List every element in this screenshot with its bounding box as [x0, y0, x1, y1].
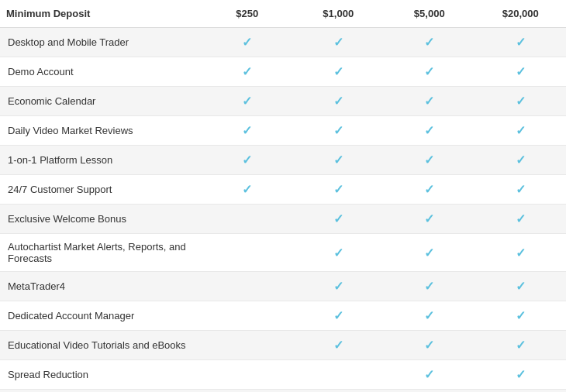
- feature-label: Spread Reduction: [0, 360, 202, 390]
- cell-3-1: [293, 116, 385, 146]
- feature-label: 24/7 Customer Support: [0, 175, 202, 205]
- cell-11-0: [202, 360, 293, 390]
- checkmark-icon: [242, 94, 252, 108]
- table-row: Daily Video Market Reviews: [0, 116, 566, 146]
- cell-9-3: [475, 301, 567, 331]
- cell-5-1: [293, 175, 385, 205]
- cell-5-0: [202, 175, 293, 205]
- checkmark-icon: [424, 279, 434, 294]
- feature-label: Daily Video Market Reviews: [0, 116, 202, 146]
- cell-5-2: [384, 175, 475, 205]
- table-row: Economic Calendar: [0, 87, 566, 116]
- checkmark-icon: [424, 123, 434, 138]
- cell-9-0: [202, 301, 293, 331]
- cell-0-1: [293, 28, 385, 57]
- table-row: MetaTrader4: [0, 272, 566, 301]
- cell-7-2: [384, 234, 475, 272]
- cell-4-1: [293, 146, 385, 175]
- feature-label: Dedicated Account Manager: [0, 301, 202, 331]
- table-row: Educational Video Tutorials and eBooks: [0, 331, 566, 360]
- cell-7-1: [293, 234, 385, 272]
- cell-11-1: [293, 360, 385, 390]
- cell-12-3: [475, 390, 567, 393]
- checkmark-icon: [424, 35, 434, 50]
- table-row: Demo Account: [0, 57, 566, 87]
- header-tier-1: $250: [202, 0, 293, 28]
- table-row: Autochartist Market Alerts, Reports, and…: [0, 234, 566, 272]
- cell-2-0: [202, 87, 293, 116]
- checkmark-icon: [516, 246, 526, 260]
- feature-label: MetaTrader4: [0, 272, 202, 301]
- checkmark-icon: [516, 153, 526, 167]
- feature-label: Desktop and Mobile Trader: [0, 28, 202, 57]
- cell-4-3: [475, 146, 567, 175]
- checkmark-icon: [333, 211, 343, 226]
- header-tier-2: $1,000: [293, 0, 385, 28]
- checkmark-icon: [242, 123, 252, 138]
- checkmark-icon: [333, 123, 343, 138]
- cell-4-0: [202, 146, 293, 175]
- cell-8-1: [293, 272, 385, 301]
- checkmark-icon: [424, 308, 434, 323]
- table-row: 1-on-1 Platform Lesson: [0, 146, 566, 175]
- table-row: VIP Trading Support/Dedicated Senior Acc…: [0, 390, 566, 393]
- header-row: Minimum Deposit $250 $1,000 $5,000 $20,0…: [0, 0, 566, 28]
- cell-3-2: [384, 116, 475, 146]
- table-row: Desktop and Mobile Trader: [0, 28, 566, 57]
- checkmark-icon: [333, 338, 343, 352]
- cell-2-3: [475, 87, 567, 116]
- checkmark-icon: [333, 308, 343, 323]
- checkmark-icon: [516, 338, 526, 352]
- checkmark-icon: [516, 367, 526, 382]
- feature-label: Exclusive Welcome Bonus: [0, 205, 202, 234]
- checkmark-icon: [424, 211, 434, 226]
- table-row: Spread Reduction: [0, 360, 566, 390]
- checkmark-icon: [242, 153, 252, 167]
- table-row: Exclusive Welcome Bonus: [0, 205, 566, 234]
- cell-6-3: [475, 205, 567, 234]
- checkmark-icon: [333, 153, 343, 167]
- feature-label: VIP Trading Support/Dedicated Senior Acc…: [0, 390, 202, 393]
- cell-6-2: [384, 205, 475, 234]
- checkmark-icon: [516, 182, 526, 197]
- cell-7-3: [475, 234, 567, 272]
- cell-8-3: [475, 272, 567, 301]
- checkmark-icon: [242, 64, 252, 79]
- cell-4-2: [384, 146, 475, 175]
- cell-2-2: [384, 87, 475, 116]
- cell-0-0: [202, 28, 293, 57]
- comparison-table-container: Minimum Deposit $250 $1,000 $5,000 $20,0…: [0, 0, 566, 392]
- checkmark-icon: [516, 64, 526, 79]
- cell-10-1: [293, 331, 385, 360]
- header-tier-3: $5,000: [384, 0, 475, 28]
- cell-8-0: [202, 272, 293, 301]
- checkmark-icon: [242, 182, 252, 197]
- cell-12-0: [202, 390, 293, 393]
- checkmark-icon: [333, 35, 343, 50]
- checkmark-icon: [516, 35, 526, 50]
- checkmark-icon: [424, 94, 434, 108]
- cell-11-2: [384, 360, 475, 390]
- comparison-table: Minimum Deposit $250 $1,000 $5,000 $20,0…: [0, 0, 566, 392]
- cell-10-2: [384, 331, 475, 360]
- cell-9-2: [384, 301, 475, 331]
- feature-label: Educational Video Tutorials and eBooks: [0, 331, 202, 360]
- cell-3-0: [202, 116, 293, 146]
- checkmark-icon: [333, 246, 343, 260]
- cell-10-0: [202, 331, 293, 360]
- cell-11-3: [475, 360, 567, 390]
- cell-8-2: [384, 272, 475, 301]
- feature-label: Demo Account: [0, 57, 202, 87]
- cell-2-1: [293, 87, 385, 116]
- checkmark-icon: [424, 246, 434, 260]
- checkmark-icon: [333, 64, 343, 79]
- checkmark-icon: [424, 338, 434, 352]
- checkmark-icon: [516, 211, 526, 226]
- checkmark-icon: [333, 182, 343, 197]
- cell-1-1: [293, 57, 385, 87]
- cell-3-3: [475, 116, 567, 146]
- table-row: Dedicated Account Manager: [0, 301, 566, 331]
- feature-label: 1-on-1 Platform Lesson: [0, 146, 202, 175]
- header-tier-4: $20,000: [475, 0, 567, 28]
- cell-0-3: [475, 28, 567, 57]
